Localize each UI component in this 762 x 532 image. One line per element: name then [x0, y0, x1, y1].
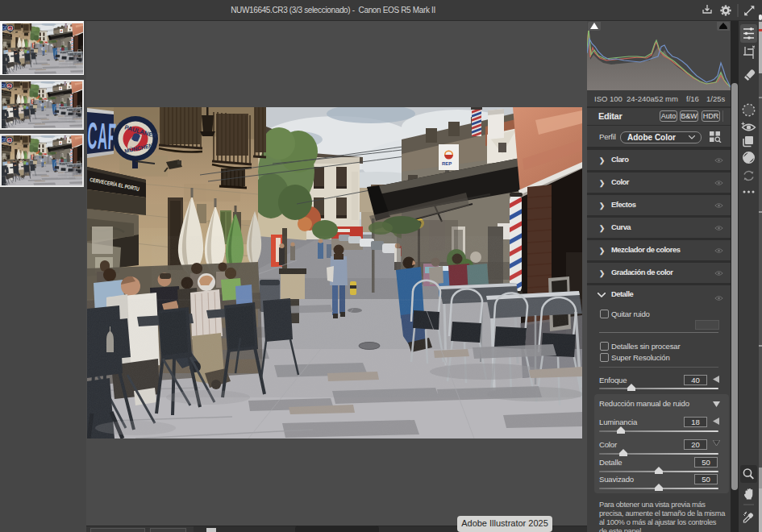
svg-text:REP: REP — [442, 161, 452, 166]
